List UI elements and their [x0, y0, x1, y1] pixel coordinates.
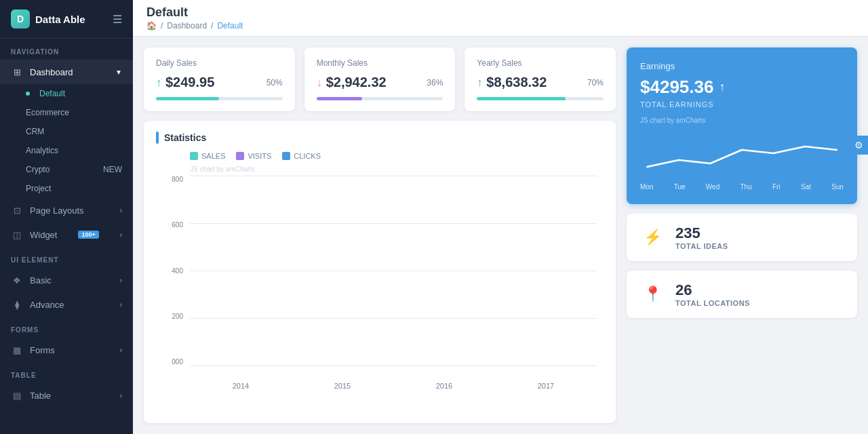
- chevron-right-icon: ›: [120, 207, 122, 214]
- dashboard-icon: ⊞: [11, 66, 23, 78]
- card-title: Yearly Sales: [477, 58, 604, 68]
- breadcrumb-sep2: /: [211, 21, 213, 31]
- total-locations-card: 📍 26 TOTAL LOCATIONS: [627, 271, 857, 318]
- sidebar: D Datta Able ☰ NAVIGATION ⊞ Dashboard ▼ …: [0, 0, 133, 434]
- total-locations-text: 26 TOTAL LOCATIONS: [675, 281, 750, 307]
- legend-label: VISITS: [248, 152, 271, 160]
- logo-icon: D: [11, 9, 30, 28]
- sidebar-item-analytics[interactable]: Analytics: [0, 141, 133, 160]
- card-value: ↑ $8,638.32: [477, 75, 547, 90]
- chart-legend: SALESVISITSCLICKS: [156, 152, 604, 160]
- card-percent: 70%: [587, 78, 604, 87]
- sub-label-project: Project: [26, 184, 51, 193]
- total-locations-label: TOTAL LOCATIONS: [675, 299, 750, 307]
- day-label: Wed: [706, 183, 719, 191]
- chevron-right-icon3: ›: [120, 277, 122, 284]
- day-label: Mon: [640, 183, 653, 191]
- sidebar-item-table[interactable]: ▤ Table ›: [0, 383, 133, 408]
- earnings-up-arrow: ↑: [719, 80, 725, 94]
- legend-dot: [282, 152, 290, 160]
- chevron-right-icon6: ›: [120, 392, 122, 399]
- logo-area: D Datta Able ☰: [0, 0, 133, 39]
- progress-bar: [317, 97, 443, 100]
- card-value: ↑ $249.95: [156, 75, 214, 90]
- chevron-right-icon2: ›: [120, 231, 122, 239]
- progress-fill: [317, 97, 362, 100]
- forms-section-title: FORMS: [0, 317, 133, 338]
- sidebar-item-crm[interactable]: CRM: [0, 122, 133, 141]
- y-label: 600: [156, 221, 183, 229]
- progress-bar: [477, 97, 604, 100]
- sidebar-label-advance: Advance: [30, 300, 64, 310]
- sidebar-item-basic[interactable]: ❖ Basic ›: [0, 268, 133, 292]
- sub-label-crypto: Crypto: [26, 165, 50, 174]
- stat-card-1: Monthly Sales ↓ $2,942.32 36%: [304, 47, 456, 111]
- up-arrow: ↑: [477, 77, 482, 89]
- sidebar-label-page-layouts: Page Layouts: [30, 205, 84, 216]
- legend-dot: [190, 152, 198, 160]
- topbar: Default 🏠 / Dashboard / Default: [133, 0, 868, 37]
- total-ideas-text: 235 TOTAL IDEAS: [675, 224, 728, 250]
- stat-card-0: Daily Sales ↑ $249.95 50%: [144, 47, 295, 111]
- card-title: Monthly Sales: [317, 58, 443, 68]
- sidebar-item-project[interactable]: Project: [0, 179, 133, 198]
- earnings-line-chart: [640, 130, 844, 177]
- sidebar-item-dashboard[interactable]: ⊞ Dashboard ▼: [0, 60, 133, 84]
- y-label: 800: [156, 176, 183, 183]
- y-axis-labels: 800600400200000: [156, 176, 186, 366]
- x-axis-labels: 2014201520162017: [156, 382, 604, 390]
- earnings-card: Earnings $4295.36 ↑ TOTAL EARNINGS JS ch…: [627, 47, 857, 204]
- table-section-title: TABLE: [0, 362, 133, 383]
- sidebar-item-forms[interactable]: ▦ Forms ›: [0, 338, 133, 362]
- sub-label-analytics: Analytics: [26, 146, 58, 155]
- progress-bar: [156, 97, 283, 100]
- x-label: 2017: [538, 382, 554, 390]
- location-icon: 📍: [640, 282, 665, 307]
- layout-icon: ⊡: [11, 204, 23, 216]
- settings-gear-button[interactable]: ⚙: [849, 136, 868, 155]
- x-label: 2016: [436, 382, 452, 390]
- new-badge: NEW: [103, 165, 122, 174]
- sidebar-item-default[interactable]: Default: [0, 84, 133, 103]
- stats-title: Statistics: [164, 132, 206, 143]
- breadcrumb-current: Default: [217, 21, 243, 31]
- day-label: Tue: [674, 183, 686, 191]
- sidebar-item-widget[interactable]: ◫ Widget 100+ ›: [0, 222, 133, 247]
- sidebar-label-forms: Forms: [30, 345, 55, 355]
- sidebar-label-table: Table: [30, 391, 51, 401]
- earnings-amount: $4295.36: [640, 77, 713, 98]
- up-arrow: ↑: [156, 77, 161, 89]
- card-percent: 36%: [427, 78, 443, 87]
- total-ideas-count: 235: [675, 224, 728, 242]
- advance-icon: ⧫: [11, 298, 23, 311]
- breadcrumb-dashboard[interactable]: Dashboard: [167, 21, 207, 31]
- breadcrumb: 🏠 / Dashboard / Default: [146, 21, 243, 31]
- earnings-sub-label: TOTAL EARNINGS: [640, 100, 844, 108]
- legend-item: VISITS: [236, 152, 271, 160]
- chevron-down-icon: ▼: [115, 68, 122, 76]
- earnings-js-credit: JS chart by amCharts: [640, 117, 844, 124]
- hamburger-icon[interactable]: ☰: [113, 13, 122, 26]
- main-content: Default 🏠 / Dashboard / Default Daily Sa…: [133, 0, 868, 434]
- y-label: 200: [156, 313, 183, 320]
- nav-section-title: NAVIGATION: [0, 39, 133, 60]
- sidebar-label-dashboard: Dashboard: [30, 67, 73, 77]
- sidebar-item-page-layouts[interactable]: ⊡ Page Layouts ›: [0, 198, 133, 222]
- total-ideas-card: ⚡ 235 TOTAL IDEAS: [627, 214, 857, 261]
- content-area: Daily Sales ↑ $249.95 50% Monthly Sales …: [133, 37, 868, 434]
- earnings-title: Earnings: [640, 61, 844, 71]
- widget-icon: ◫: [11, 229, 23, 241]
- total-ideas-label: TOTAL IDEAS: [675, 242, 728, 250]
- sidebar-item-advance[interactable]: ⧫ Advance ›: [0, 292, 133, 317]
- active-dot: [26, 92, 30, 96]
- legend-label: SALES: [201, 152, 225, 160]
- widget-badge: 100+: [78, 231, 98, 239]
- stat-card-2: Yearly Sales ↑ $8,638.32 70%: [465, 47, 616, 111]
- sidebar-item-ecommerce[interactable]: Ecommerce: [0, 103, 133, 122]
- bar-groups: [190, 176, 597, 366]
- earnings-value: $4295.36 ↑: [640, 77, 844, 98]
- breadcrumb-home[interactable]: 🏠: [146, 21, 157, 31]
- js-credit: JS chart by amCharts: [156, 165, 604, 173]
- grid-line: [190, 366, 597, 366]
- sidebar-item-crypto[interactable]: Crypto NEW: [0, 160, 133, 179]
